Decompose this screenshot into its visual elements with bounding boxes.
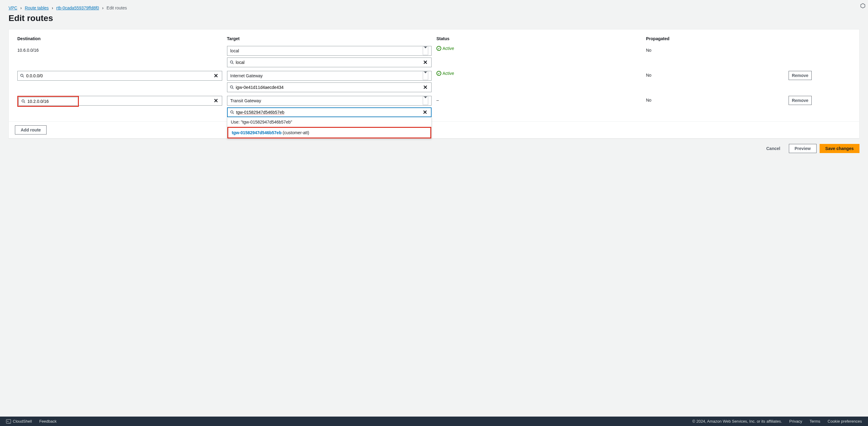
target-filter-field[interactable] bbox=[236, 60, 420, 65]
cloudshell-button[interactable]: >_ CloudShell bbox=[6, 419, 32, 424]
svg-marker-10 bbox=[861, 4, 865, 8]
destination-field[interactable] bbox=[26, 73, 211, 78]
suggestion-id: tgw-01582947d546b57eb bbox=[232, 130, 281, 135]
svg-line-9 bbox=[232, 113, 234, 114]
breadcrumb-link-route-tables[interactable]: Route tables bbox=[25, 5, 49, 10]
svg-point-8 bbox=[230, 111, 233, 113]
route-row: 10.6.0.0/16 local bbox=[15, 44, 853, 69]
dropdown-suggestion[interactable]: tgw-01582947d546b57eb (customer-att) bbox=[227, 127, 432, 138]
status-badge: ✓ Active bbox=[436, 71, 641, 76]
status-badge: ✓ Active bbox=[436, 46, 641, 51]
cookie-preferences-link[interactable]: Cookie preferences bbox=[828, 419, 862, 424]
target-type-label: local bbox=[230, 48, 239, 53]
add-route-button[interactable]: Add route bbox=[15, 125, 46, 134]
svg-line-7 bbox=[24, 102, 25, 103]
destination-value: 10.6.0.0/16 bbox=[17, 46, 39, 55]
remove-route-button[interactable]: Remove bbox=[788, 71, 812, 80]
save-changes-button[interactable]: Save changes bbox=[819, 144, 860, 153]
cancel-button[interactable]: Cancel bbox=[761, 144, 786, 153]
chevron-right-icon: › bbox=[102, 5, 103, 10]
search-icon bbox=[20, 74, 24, 78]
caret-down-icon bbox=[424, 71, 427, 78]
search-icon bbox=[230, 85, 234, 90]
privacy-link[interactable]: Privacy bbox=[789, 419, 802, 424]
svg-point-2 bbox=[21, 74, 23, 77]
highlight-annotation bbox=[17, 96, 79, 107]
svg-point-6 bbox=[22, 100, 24, 102]
target-filter-field[interactable] bbox=[236, 85, 420, 90]
chevron-right-icon: › bbox=[21, 5, 22, 10]
target-filter-input[interactable]: ✕ bbox=[227, 107, 432, 117]
dropdown-use-literal[interactable]: Use: "tgw-01582947d546b57eb" bbox=[227, 117, 432, 127]
footer-bar: >_ CloudShell Feedback © 2024, Amazon We… bbox=[0, 417, 868, 426]
caret-down-icon bbox=[424, 96, 427, 103]
header-destination: Destination bbox=[15, 33, 225, 44]
propagated-value: No bbox=[646, 71, 652, 79]
target-type-select[interactable]: Internet Gateway bbox=[227, 71, 432, 80]
svg-line-5 bbox=[232, 88, 234, 89]
clear-input-icon[interactable]: ✕ bbox=[422, 59, 429, 66]
route-row: ✕ Transit Gateway bbox=[15, 94, 853, 119]
breadcrumb-link-vpc[interactable]: VPC bbox=[8, 5, 17, 10]
target-type-select[interactable]: local bbox=[227, 46, 432, 56]
check-circle-icon: ✓ bbox=[436, 71, 441, 76]
target-type-label: Transit Gateway bbox=[230, 98, 261, 103]
propagated-value: No bbox=[646, 96, 652, 104]
svg-line-1 bbox=[232, 63, 234, 64]
svg-point-4 bbox=[230, 86, 232, 88]
hexagon-icon[interactable] bbox=[860, 3, 866, 9]
breadcrumb: VPC › Route tables › rtb-0cada559379ffd8… bbox=[8, 5, 860, 10]
target-filter-input[interactable]: ✕ bbox=[227, 58, 432, 67]
breadcrumb-link-rtb-id[interactable]: rtb-0cada559379ffd8f0 bbox=[56, 5, 99, 10]
status-value: – bbox=[436, 96, 439, 104]
action-bar: Cancel Preview Save changes bbox=[8, 144, 860, 153]
svg-line-3 bbox=[23, 76, 24, 77]
destination-input[interactable]: ✕ bbox=[17, 71, 222, 80]
feedback-link[interactable]: Feedback bbox=[39, 419, 57, 424]
clear-input-icon[interactable]: ✕ bbox=[422, 84, 429, 91]
search-icon bbox=[230, 60, 234, 65]
header-propagated: Propagated bbox=[644, 33, 786, 44]
header-target: Target bbox=[225, 33, 434, 44]
target-filter-field[interactable] bbox=[236, 110, 420, 115]
target-type-select[interactable]: Transit Gateway bbox=[227, 96, 432, 106]
routes-panel: Destination Target Status Propagated 10.… bbox=[8, 29, 860, 138]
target-filter-input[interactable]: ✕ bbox=[227, 83, 432, 92]
search-icon bbox=[230, 110, 234, 114]
check-circle-icon: ✓ bbox=[436, 46, 441, 51]
clear-input-icon[interactable]: ✕ bbox=[212, 97, 219, 104]
preview-button[interactable]: Preview bbox=[789, 144, 816, 153]
svg-point-0 bbox=[230, 61, 232, 63]
caret-down-icon bbox=[424, 46, 427, 53]
chevron-right-icon: › bbox=[52, 5, 53, 10]
propagated-value: No bbox=[646, 46, 652, 55]
cloudshell-icon: >_ bbox=[6, 419, 11, 424]
terms-link[interactable]: Terms bbox=[810, 419, 820, 424]
target-type-label: Internet Gateway bbox=[230, 73, 263, 78]
destination-field[interactable] bbox=[27, 99, 81, 104]
clear-input-icon[interactable]: ✕ bbox=[212, 72, 219, 79]
search-icon bbox=[21, 99, 26, 103]
remove-route-button[interactable]: Remove bbox=[788, 96, 812, 105]
copyright-text: © 2024, Amazon Web Services, Inc. or its… bbox=[692, 419, 782, 424]
clear-input-icon[interactable]: ✕ bbox=[422, 109, 429, 116]
breadcrumb-current: Edit routes bbox=[106, 5, 127, 10]
header-status: Status bbox=[434, 33, 644, 44]
routes-table: Destination Target Status Propagated 10.… bbox=[15, 33, 853, 119]
suggestion-name: (customer-att) bbox=[281, 130, 309, 135]
target-suggestions-dropdown: Use: "tgw-01582947d546b57eb" tgw-0158294… bbox=[227, 117, 432, 139]
destination-input-right[interactable]: ✕ bbox=[79, 96, 222, 106]
destination-input[interactable] bbox=[19, 97, 78, 106]
route-row: ✕ Internet Gateway bbox=[15, 69, 853, 94]
page-title: Edit routes bbox=[8, 13, 860, 23]
